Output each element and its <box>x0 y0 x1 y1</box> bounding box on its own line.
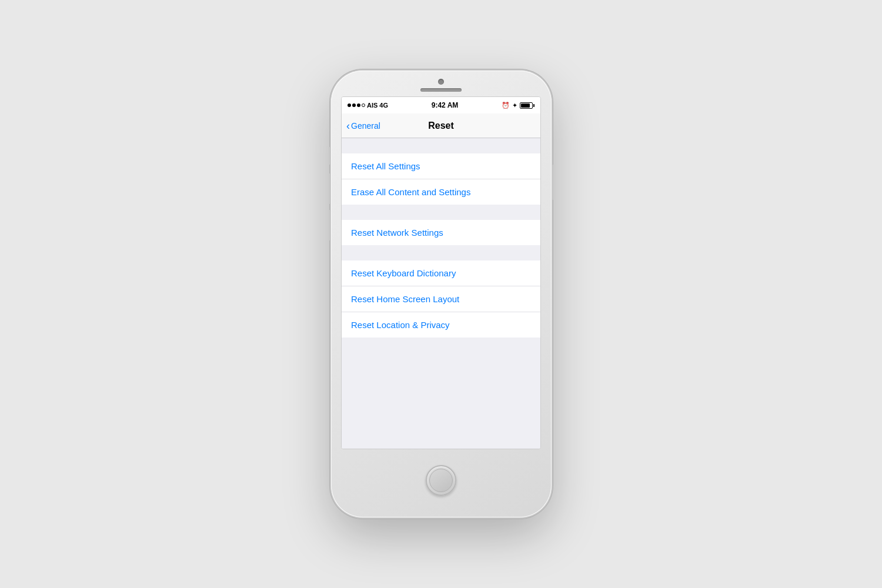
signal-dot-1 <box>348 103 351 107</box>
power-button <box>552 165 554 200</box>
back-chevron-icon: ‹ <box>346 121 350 131</box>
reset-network-settings-item[interactable]: Reset Network Settings <box>342 220 540 245</box>
battery-tip <box>533 104 534 107</box>
carrier-name: AIS <box>367 102 377 109</box>
front-camera <box>438 79 444 85</box>
volume-down-button <box>329 210 331 240</box>
page-title: Reset <box>428 121 454 131</box>
reset-all-settings-label: Reset All Settings <box>351 161 420 171</box>
phone-device: AIS 4G 9:42 AM ⏰ ✦ ‹ General Rese <box>331 71 552 517</box>
section-gap-bottom <box>342 338 540 353</box>
reset-home-screen-layout-label: Reset Home Screen Layout <box>351 294 459 304</box>
phone-bottom <box>426 449 456 517</box>
screen-content: Reset All Settings Erase All Content and… <box>342 138 540 449</box>
home-button[interactable] <box>426 465 456 496</box>
section-gap-top <box>342 138 540 153</box>
signal-dot-2 <box>352 103 356 107</box>
signal-bars <box>348 103 365 107</box>
volume-up-button <box>329 173 331 204</box>
battery-fill <box>521 103 530 108</box>
network-type: 4G <box>379 102 388 109</box>
phone-screen: AIS 4G 9:42 AM ⏰ ✦ ‹ General Rese <box>341 96 541 449</box>
section-gap-2 <box>342 205 540 220</box>
section-1: Reset All Settings Erase All Content and… <box>342 153 540 205</box>
home-button-ring <box>429 469 453 492</box>
section-gap-3 <box>342 245 540 260</box>
bluetooth-icon: ✦ <box>512 102 517 109</box>
mute-switch <box>329 147 331 165</box>
status-left: AIS 4G <box>348 102 388 109</box>
reset-all-settings-item[interactable]: Reset All Settings <box>342 153 540 179</box>
signal-dot-3 <box>357 103 360 107</box>
battery-indicator <box>520 102 534 109</box>
section-3: Reset Keyboard Dictionary Reset Home Scr… <box>342 260 540 338</box>
reset-network-settings-label: Reset Network Settings <box>351 228 443 238</box>
back-button[interactable]: ‹ General <box>346 121 380 131</box>
navigation-bar: ‹ General Reset <box>342 113 540 138</box>
erase-all-content-item[interactable]: Erase All Content and Settings <box>342 179 540 205</box>
phone-top-bar <box>331 71 552 92</box>
reset-location-privacy-label: Reset Location & Privacy <box>351 320 450 330</box>
reset-location-privacy-item[interactable]: Reset Location & Privacy <box>342 312 540 338</box>
reset-home-screen-layout-item[interactable]: Reset Home Screen Layout <box>342 286 540 312</box>
signal-dot-4 <box>362 103 365 107</box>
section-2: Reset Network Settings <box>342 220 540 245</box>
earpiece-speaker <box>420 88 462 92</box>
battery-body <box>520 102 533 109</box>
reset-keyboard-dictionary-label: Reset Keyboard Dictionary <box>351 268 456 278</box>
status-time: 9:42 AM <box>432 101 459 109</box>
reset-keyboard-dictionary-item[interactable]: Reset Keyboard Dictionary <box>342 260 540 286</box>
erase-all-content-label: Erase All Content and Settings <box>351 187 470 197</box>
status-right: ⏰ ✦ <box>502 102 534 109</box>
status-bar: AIS 4G 9:42 AM ⏰ ✦ <box>342 97 540 113</box>
back-button-label: General <box>351 121 380 131</box>
alarm-icon: ⏰ <box>502 102 510 109</box>
